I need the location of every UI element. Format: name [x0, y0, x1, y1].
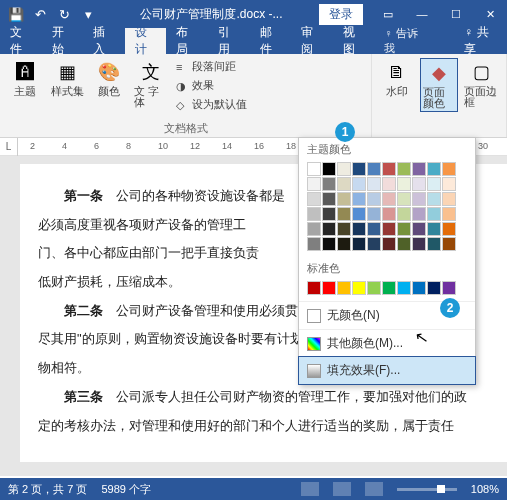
tab-mailings[interactable]: 邮件: [250, 28, 292, 54]
page-color-button[interactable]: ◆页面颜色: [420, 58, 458, 112]
themes-button[interactable]: 🅰主题: [6, 58, 44, 99]
tab-file[interactable]: 文件: [0, 28, 42, 54]
color-swatch[interactable]: [412, 281, 426, 295]
color-swatch[interactable]: [352, 281, 366, 295]
color-swatch[interactable]: [412, 192, 426, 206]
color-swatch[interactable]: [367, 162, 381, 176]
color-swatch[interactable]: [412, 162, 426, 176]
color-swatch[interactable]: [382, 207, 396, 221]
color-swatch[interactable]: [427, 222, 441, 236]
tab-references[interactable]: 引用: [208, 28, 250, 54]
color-swatch[interactable]: [307, 207, 321, 221]
color-swatch[interactable]: [397, 222, 411, 236]
color-swatch[interactable]: [322, 192, 336, 206]
tab-view[interactable]: 视图: [333, 28, 375, 54]
color-swatch[interactable]: [352, 177, 366, 191]
color-swatch[interactable]: [382, 177, 396, 191]
color-swatch[interactable]: [337, 237, 351, 251]
color-swatch[interactable]: [442, 177, 456, 191]
color-swatch[interactable]: [442, 192, 456, 206]
color-swatch[interactable]: [322, 237, 336, 251]
share-button[interactable]: ♀ 共享: [454, 28, 507, 54]
color-swatch[interactable]: [352, 237, 366, 251]
color-swatch[interactable]: [397, 207, 411, 221]
color-swatch[interactable]: [307, 162, 321, 176]
color-swatch[interactable]: [442, 162, 456, 176]
color-swatch[interactable]: [307, 222, 321, 236]
color-swatch[interactable]: [442, 281, 456, 295]
read-mode-icon[interactable]: [301, 482, 319, 496]
color-swatch[interactable]: [337, 281, 351, 295]
undo-icon[interactable]: ↶: [32, 6, 48, 22]
color-swatch[interactable]: [352, 222, 366, 236]
color-swatch[interactable]: [412, 207, 426, 221]
color-swatch[interactable]: [337, 222, 351, 236]
color-swatch[interactable]: [322, 162, 336, 176]
color-swatch[interactable]: [367, 207, 381, 221]
color-swatch[interactable]: [352, 192, 366, 206]
zoom-slider[interactable]: [397, 488, 457, 491]
style-set-button[interactable]: ▦样式集: [48, 58, 86, 99]
color-swatch[interactable]: [337, 192, 351, 206]
tab-selector[interactable]: L: [0, 138, 18, 156]
tab-insert[interactable]: 插入: [83, 28, 125, 54]
color-swatch[interactable]: [442, 207, 456, 221]
paragraph-spacing-button[interactable]: ≡段落间距: [174, 58, 249, 75]
web-layout-icon[interactable]: [365, 482, 383, 496]
tab-review[interactable]: 审阅: [291, 28, 333, 54]
color-swatch[interactable]: [307, 237, 321, 251]
color-swatch[interactable]: [307, 177, 321, 191]
color-swatch[interactable]: [427, 237, 441, 251]
color-swatch[interactable]: [382, 222, 396, 236]
color-swatch[interactable]: [397, 281, 411, 295]
color-swatch[interactable]: [382, 281, 396, 295]
color-swatch[interactable]: [337, 177, 351, 191]
color-swatch[interactable]: [322, 222, 336, 236]
color-swatch[interactable]: [367, 237, 381, 251]
color-swatch[interactable]: [412, 237, 426, 251]
color-swatch[interactable]: [367, 177, 381, 191]
login-button[interactable]: 登录: [319, 4, 363, 25]
color-swatch[interactable]: [337, 207, 351, 221]
color-swatch[interactable]: [322, 207, 336, 221]
color-swatch[interactable]: [307, 281, 321, 295]
color-swatch[interactable]: [427, 281, 441, 295]
more-colors-item[interactable]: 其他颜色(M)...: [299, 329, 475, 357]
color-swatch[interactable]: [367, 192, 381, 206]
color-swatch[interactable]: [442, 222, 456, 236]
color-swatch[interactable]: [382, 162, 396, 176]
color-swatch[interactable]: [397, 162, 411, 176]
minimize-icon[interactable]: —: [405, 0, 439, 28]
redo-icon[interactable]: ↻: [56, 6, 72, 22]
watermark-button[interactable]: 🗎水印: [378, 58, 416, 99]
color-swatch[interactable]: [412, 177, 426, 191]
fill-effects-item[interactable]: 填充效果(F)...: [298, 356, 476, 385]
color-swatch[interactable]: [442, 237, 456, 251]
color-swatch[interactable]: [352, 162, 366, 176]
tab-home[interactable]: 开始: [42, 28, 84, 54]
zoom-level[interactable]: 108%: [471, 483, 499, 495]
page-indicator[interactable]: 第 2 页，共 7 页: [8, 482, 87, 497]
set-default-button[interactable]: ◇设为默认值: [174, 96, 249, 113]
color-swatch[interactable]: [337, 162, 351, 176]
qat-more-icon[interactable]: ▾: [80, 6, 96, 22]
ribbon-options-icon[interactable]: ▭: [371, 0, 405, 28]
color-swatch[interactable]: [382, 192, 396, 206]
tab-design[interactable]: 设计: [125, 28, 167, 54]
color-swatch[interactable]: [322, 177, 336, 191]
color-swatch[interactable]: [382, 237, 396, 251]
color-swatch[interactable]: [322, 281, 336, 295]
color-swatch[interactable]: [427, 162, 441, 176]
colors-button[interactable]: 🎨颜色: [90, 58, 128, 99]
page-border-button[interactable]: ▢页面边框: [462, 58, 500, 110]
color-swatch[interactable]: [397, 237, 411, 251]
color-swatch[interactable]: [397, 192, 411, 206]
save-icon[interactable]: 💾: [8, 6, 24, 22]
effects-button[interactable]: ◑效果: [174, 77, 249, 94]
tab-layout[interactable]: 布局: [166, 28, 208, 54]
color-swatch[interactable]: [307, 192, 321, 206]
color-swatch[interactable]: [397, 177, 411, 191]
print-layout-icon[interactable]: [333, 482, 351, 496]
word-count[interactable]: 5989 个字: [101, 482, 151, 497]
color-swatch[interactable]: [427, 192, 441, 206]
